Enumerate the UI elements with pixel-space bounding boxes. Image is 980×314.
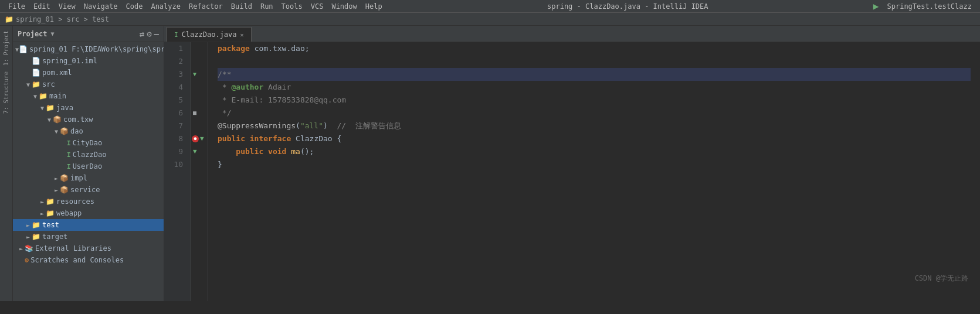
- tree-item-clazzdao[interactable]: I ClazzDao: [13, 149, 164, 161]
- tree-item-citydao[interactable]: I CityDao: [13, 137, 164, 149]
- tree-item-comtxw[interactable]: ▼ 📦 com.txw: [13, 114, 164, 125]
- fold-icon-3[interactable]: ▼: [193, 68, 196, 81]
- gutter-7: [191, 120, 208, 132]
- tree-item-test[interactable]: ► 📁 test: [13, 219, 164, 231]
- menu-view[interactable]: View: [55, 1, 79, 12]
- menu-edit[interactable]: Edit: [30, 1, 54, 12]
- green-arrow-icon: ▶: [870, 0, 883, 13]
- menu-refactor[interactable]: Refactor: [185, 1, 226, 12]
- line-num-4: 4: [169, 81, 185, 94]
- code-line-8: public interface ClazzDao {: [218, 132, 971, 145]
- menu-tools[interactable]: Tools: [278, 1, 306, 12]
- panel-layout-icon[interactable]: ⇄: [140, 29, 144, 39]
- folder-icon-java: 📁: [46, 104, 55, 112]
- menu-navigate[interactable]: Navigate: [80, 1, 121, 12]
- file-tree: ▼ 📄 spring_01 F:\IDEAWork\spring\spring_…: [13, 42, 164, 301]
- folder-icon-main: 📁: [39, 92, 48, 100]
- code-line-7: @SuppressWarnings ( "all" ) // 注解警告信息: [218, 120, 971, 132]
- structure-panel-label[interactable]: 7: Structure: [2, 69, 11, 116]
- gutter: ▼ ■ ● ▼ ▼: [191, 42, 208, 301]
- package-icon-dao: 📦: [60, 127, 69, 135]
- menu-analyze[interactable]: Analyze: [147, 1, 184, 12]
- menu-help[interactable]: Help: [362, 1, 386, 12]
- tree-item-src[interactable]: ▼ 📁 src: [13, 78, 164, 90]
- tree-label-impl: impl: [70, 174, 87, 182]
- gutter-3: ▼: [191, 68, 208, 81]
- tree-item-java[interactable]: ▼ 📁 java: [13, 102, 164, 114]
- menu-bar: File Edit View Navigate Code Analyze Ref…: [0, 0, 980, 13]
- menu-build[interactable]: Build: [228, 1, 256, 12]
- editor-area[interactable]: 1 2 3 4 5 6 7 8 9 10 ▼: [164, 42, 980, 301]
- tree-item-resources[interactable]: ► 📁 resources: [13, 196, 164, 207]
- run-to-cursor-9[interactable]: ▼: [193, 145, 197, 158]
- code-line-3: /**: [218, 68, 971, 81]
- editor-content: 1 2 3 4 5 6 7 8 9 10 ▼: [164, 42, 980, 301]
- token-brace-close: }: [218, 158, 222, 171]
- gutter-1: [191, 42, 208, 55]
- line-num-8: 8: [169, 132, 185, 145]
- interface-icon-userdao: I: [67, 163, 71, 170]
- line-num-6: 6: [169, 107, 185, 120]
- tab-label: ClazzDao.java: [182, 30, 237, 39]
- panel-header-icons: ⇄ ⚙ –: [140, 29, 159, 39]
- gutter-8: ● ▼: [191, 132, 208, 145]
- run-config-label[interactable]: SpringTest.testClazz: [884, 1, 976, 12]
- menu-file[interactable]: File: [5, 1, 29, 12]
- token-method-ma: ma: [291, 145, 300, 158]
- watermark: CSDN @学无止路: [915, 274, 968, 284]
- code-line-9: public void ma ();: [218, 145, 971, 158]
- panel-minimize-icon[interactable]: –: [154, 29, 159, 39]
- tab-close-icon[interactable]: ✕: [240, 32, 244, 38]
- run-to-cursor-8[interactable]: ▼: [200, 132, 204, 145]
- tree-item-pomxml[interactable]: 📄 pom.xml: [13, 67, 164, 78]
- menu-code[interactable]: Code: [123, 1, 147, 12]
- panel-title-arrow[interactable]: ▼: [51, 30, 55, 37]
- token-brace-open: {: [337, 132, 342, 145]
- panel-settings-icon[interactable]: ⚙: [147, 29, 151, 39]
- tree-item-impl[interactable]: ► 📦 impl: [13, 172, 164, 184]
- editor-tab-bar: I ClazzDao.java ✕: [164, 26, 980, 42]
- folder-icon-resources: 📁: [46, 197, 55, 206]
- menu-vcs[interactable]: VCS: [307, 1, 327, 12]
- tree-label-service: service: [70, 186, 100, 194]
- token-comment-adair: Adair: [263, 81, 291, 94]
- token-kw-public-8: public: [218, 132, 250, 145]
- editor-tab-clazzdao[interactable]: I ClazzDao.java ✕: [167, 27, 252, 42]
- token-kw-public-9: public: [218, 145, 268, 158]
- folder-icon-target: 📁: [32, 233, 40, 241]
- tree-label-dao: dao: [70, 127, 83, 135]
- tree-item-main[interactable]: ▼ 📁 main: [13, 90, 164, 102]
- gutter-5: [191, 94, 208, 107]
- tree-item-service[interactable]: ► 📦 service: [13, 184, 164, 196]
- token-paren-close: ): [323, 120, 337, 132]
- tree-item-dao[interactable]: ▼ 📦 dao: [13, 125, 164, 137]
- folder-icon-test: 📁: [32, 221, 40, 229]
- xml-icon: 📄: [32, 69, 40, 77]
- token-comment-close: */: [218, 107, 231, 120]
- tree-item-spring01[interactable]: ▼ 📄 spring_01 F:\IDEAWork\spring\spring_…: [13, 43, 164, 55]
- tree-item-target[interactable]: ► 📁 target: [13, 231, 164, 243]
- package-icon-comtxw: 📦: [53, 115, 62, 124]
- tree-item-userdao[interactable]: I UserDao: [13, 161, 164, 172]
- token-kw-interface: interface: [250, 132, 296, 145]
- tree-item-scratches[interactable]: ⚙ Scratches and Consoles: [13, 254, 164, 266]
- menu-window[interactable]: Window: [328, 1, 360, 12]
- line-num-5: 5: [169, 94, 185, 107]
- project-panel-label[interactable]: 1: Project: [2, 28, 11, 68]
- panel-header: Project ▼ ⇄ ⚙ –: [13, 26, 164, 42]
- tree-label-target: target: [42, 233, 67, 241]
- tree-label-citydao: CityDao: [73, 139, 103, 147]
- tree-label-comtxw: com.txw: [63, 115, 93, 124]
- tree-item-spring01-iml[interactable]: 📄 spring_01.iml: [13, 55, 164, 67]
- tree-arrow-test: ►: [25, 222, 32, 228]
- code-lines: package com.txw.dao; /** * @author Adair: [208, 42, 980, 301]
- fold-end-icon[interactable]: ■: [193, 107, 196, 120]
- breakpoint-icon-8[interactable]: ●: [192, 135, 199, 142]
- tree-arrow-main: ▼: [32, 93, 39, 100]
- tree-label-resources: resources: [56, 197, 94, 206]
- gutter-4: [191, 81, 208, 94]
- tree-item-webapp[interactable]: ► 📁 webapp: [13, 207, 164, 219]
- panel-title: Project: [18, 30, 48, 38]
- menu-run[interactable]: Run: [257, 1, 277, 12]
- tree-item-extlibs[interactable]: ► 📚 External Libraries: [13, 243, 164, 254]
